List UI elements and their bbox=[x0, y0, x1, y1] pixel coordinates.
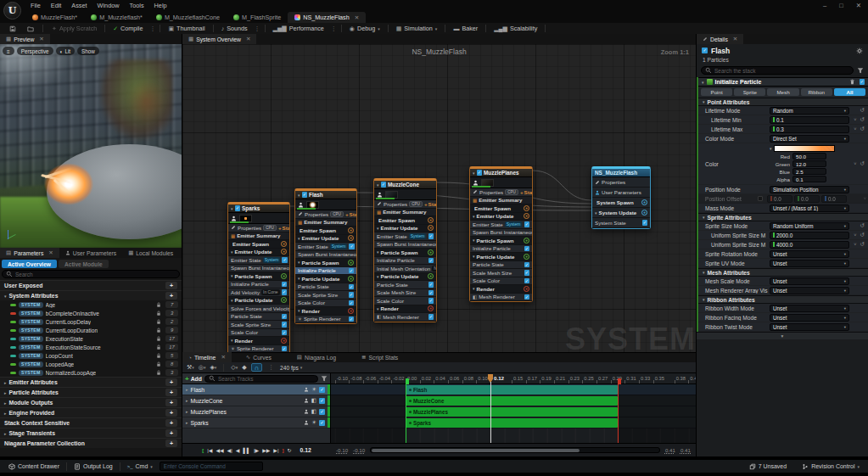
expander-icon[interactable]: ▾ bbox=[377, 306, 379, 311]
number-input[interactable]: 0.3 bbox=[770, 126, 849, 133]
output-log-button[interactable]: Output Log bbox=[70, 463, 116, 470]
vector-component-input[interactable]: 0.0 bbox=[821, 195, 847, 203]
expander-icon[interactable]: ▾ bbox=[595, 210, 597, 216]
debug-button[interactable]: ◉Debug▾ bbox=[344, 24, 385, 34]
section-sprite-attributes[interactable]: ▾Sprite Attributes bbox=[698, 213, 868, 221]
close-button[interactable]: ✕ bbox=[856, 2, 861, 9]
node-module-mesh-renderer[interactable]: ◧Mesh Renderer✓ bbox=[470, 294, 532, 302]
tab-user-parameters[interactable]: User Parameters bbox=[59, 248, 122, 258]
parameter-group-stack-context-sensitive[interactable]: Stack Context Sensitive+ bbox=[0, 417, 182, 428]
node-row-summary[interactable]: ▦Emitter Summary bbox=[295, 219, 356, 227]
node-row-summary[interactable]: ▦Emitter Summary bbox=[228, 232, 289, 241]
view-range-start[interactable]: -0.10 bbox=[336, 447, 348, 453]
expander-icon[interactable]: ▾ bbox=[4, 294, 7, 299]
dropdown-select[interactable]: Unset▾ bbox=[770, 250, 849, 258]
filter-mesh[interactable]: Mesh bbox=[767, 88, 798, 96]
dropdown-select[interactable]: Random▾ bbox=[770, 107, 849, 115]
expander-icon[interactable]: ▸ bbox=[186, 398, 188, 403]
node-category-particle-spawn[interactable]: ▾ Particle Spawn + bbox=[470, 237, 532, 245]
add-module-icon[interactable]: + bbox=[524, 238, 529, 244]
node-module-emitter-state[interactable]: Emitter StateSystem✓ bbox=[228, 256, 289, 265]
node-module-sprite-renderer[interactable]: ☀Sprite Renderer✓ bbox=[295, 316, 356, 324]
browse-to-asset-button[interactable] bbox=[22, 24, 39, 34]
add-module-icon[interactable]: + bbox=[428, 305, 434, 311]
track-row-sparks[interactable]: ▸ Sparks ☀ ✓ bbox=[182, 417, 330, 428]
module-enabled-checkbox[interactable]: ✓ bbox=[524, 278, 530, 284]
step-forward-button[interactable]: |▶ bbox=[254, 447, 259, 453]
module-enabled-checkbox[interactable]: ✓ bbox=[282, 322, 288, 328]
add-parameter-button[interactable]: + bbox=[165, 292, 177, 300]
go-to-start-button[interactable]: |◀ bbox=[207, 447, 212, 453]
add-module-icon[interactable]: + bbox=[281, 338, 287, 344]
emitter-enabled-checkbox[interactable]: ✓ bbox=[702, 48, 708, 53]
dropdown-select[interactable]: Simulation Position▾ bbox=[770, 186, 849, 193]
dropdown-select[interactable]: Unset / (Mass of 1)▾ bbox=[770, 204, 849, 212]
parameter-row[interactable]: SYSTEM LoopedAge 8 bbox=[0, 360, 182, 368]
node-module-scale-mesh-size[interactable]: Scale Mesh Size✓ bbox=[374, 289, 436, 298]
expander-icon[interactable]: ▾ bbox=[231, 298, 233, 303]
add-module-icon[interactable]: + bbox=[641, 199, 647, 205]
add-track-button[interactable]: +Add bbox=[185, 375, 202, 383]
node-category-emitter-update[interactable]: ▾ Emitter Update + bbox=[470, 213, 532, 221]
view-range-end[interactable]: 0.41 bbox=[680, 447, 691, 453]
section-point-attributes[interactable]: ▾Point Attributes bbox=[698, 98, 868, 106]
number-input[interactable]: 0.1 bbox=[770, 116, 849, 124]
close-icon[interactable]: ✕ bbox=[246, 36, 250, 42]
expander-icon[interactable]: ▾ bbox=[231, 249, 233, 255]
tab-curves[interactable]: ∿Curves bbox=[240, 352, 277, 362]
emitter-enabled-checkbox[interactable]: ✓ bbox=[477, 170, 483, 176]
override-checkbox[interactable] bbox=[758, 196, 763, 201]
show-button[interactable]: Show bbox=[77, 47, 99, 55]
add-module-icon[interactable]: + bbox=[428, 225, 434, 231]
auto-key-icon[interactable]: ◆ bbox=[242, 364, 246, 371]
add-module-icon[interactable]: + bbox=[281, 273, 287, 279]
module-enabled-checkbox[interactable]: ✓ bbox=[428, 290, 434, 296]
collapse-icon[interactable]: ▾ bbox=[473, 171, 475, 176]
reset-to-default-icon[interactable]: ↺ bbox=[860, 222, 866, 229]
section-mesh-attributes[interactable]: ▾Mesh Attributes bbox=[698, 268, 868, 277]
parameters-search-input[interactable] bbox=[15, 272, 176, 277]
add-module-icon[interactable]: + bbox=[524, 205, 529, 211]
add-stage-button[interactable]: +Stage bbox=[520, 189, 532, 195]
emitter-clip-muzzleplanes[interactable]: MuzzlePlanes bbox=[406, 407, 618, 417]
start-bracket-handle[interactable] bbox=[406, 378, 409, 384]
node-header[interactable]: ▾✓MuzzleCone bbox=[374, 181, 436, 189]
node-category-render[interactable]: ▾ Render + bbox=[228, 337, 289, 345]
close-icon[interactable]: ✕ bbox=[221, 354, 225, 361]
emitter-clip-muzzlecone[interactable]: MuzzleCone bbox=[406, 396, 618, 406]
simulation-button[interactable]: ▦Simulation▾ bbox=[391, 24, 443, 34]
split-menu-dots[interactable]: ⋮ bbox=[329, 25, 339, 32]
graph-canvas[interactable]: NS_MuzzleFlash Zoom 1:1 SYSTEM ▾✓Sparks … bbox=[182, 44, 696, 352]
filter-point[interactable]: Point bbox=[701, 88, 732, 96]
node-category-particle-spawn[interactable]: ▾ Particle Spawn + bbox=[228, 272, 289, 281]
collapse-icon[interactable]: ▾ bbox=[231, 206, 233, 211]
node-category-emitter-update[interactable]: ▾ Emitter Update + bbox=[228, 249, 289, 257]
node-row-properties[interactable]: Properties CPU +Stage bbox=[228, 224, 289, 232]
node-module-particle-state[interactable]: Particle State✓ bbox=[228, 313, 289, 322]
emitter-enabled-checkbox[interactable]: ✓ bbox=[381, 182, 387, 188]
module-enabled-checkbox[interactable]: ✓ bbox=[524, 246, 530, 252]
track-enabled-checkbox[interactable]: ✓ bbox=[319, 387, 325, 393]
channel-value-input[interactable]: 0.1 bbox=[792, 176, 826, 182]
emitter-clip-flash[interactable]: Flash bbox=[406, 385, 618, 395]
reset-to-default-icon[interactable]: ↺ bbox=[860, 126, 866, 132]
active-overview-button[interactable]: Active Overview bbox=[2, 260, 57, 268]
viewport-menu-button[interactable]: ≡ bbox=[3, 47, 14, 55]
track-row-muzzlecone[interactable]: ▸ MuzzleCone ◧ ✓ bbox=[182, 395, 330, 406]
module-enabled-checkbox[interactable]: ✓ bbox=[524, 270, 530, 276]
node-category-particle-update[interactable]: ▾ Particle Update + bbox=[295, 275, 356, 283]
expander-icon[interactable]: ▾ bbox=[703, 297, 705, 302]
tab-script-stats[interactable]: ≣Script Stats bbox=[356, 352, 404, 362]
node-category-particle-update[interactable]: ▾ Particle Update + bbox=[470, 253, 532, 261]
asset-tab-m_muzzleflashcone[interactable]: M_MuzzleflashCone bbox=[149, 12, 227, 23]
loop-toggle-button[interactable]: ↻ bbox=[288, 447, 292, 453]
parameter-group-emitter-attributes[interactable]: ▸Emitter Attributes+ bbox=[0, 377, 182, 387]
color-swatch[interactable] bbox=[774, 145, 835, 152]
perspective-button[interactable]: Perspective bbox=[17, 47, 53, 55]
module-enabled-checkbox[interactable]: ✓ bbox=[349, 268, 355, 274]
module-enabled-checkbox[interactable]: ✓ bbox=[349, 292, 355, 298]
expander-icon[interactable]: ▾ bbox=[703, 215, 705, 220]
rewind-button[interactable]: ◀◀ bbox=[216, 447, 223, 453]
working-range-start[interactable]: -0.10 bbox=[353, 447, 365, 453]
add-stage-button[interactable]: +Stage bbox=[424, 201, 436, 207]
